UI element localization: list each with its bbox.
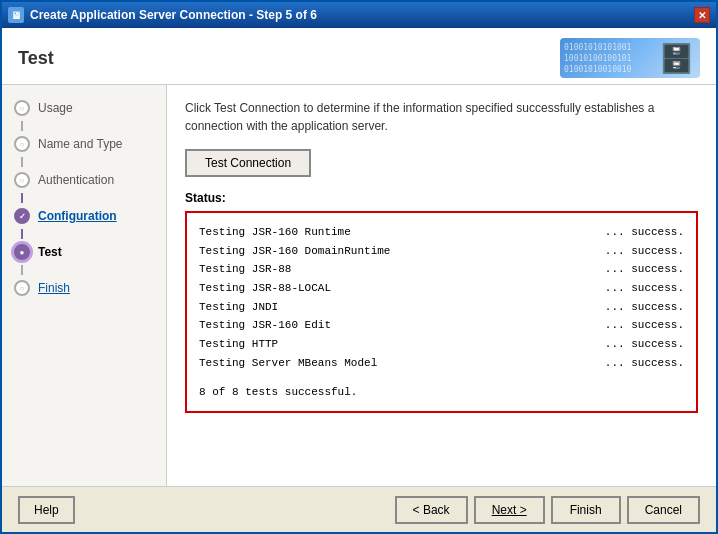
back-button[interactable]: < Back <box>395 496 468 524</box>
status-row-0: Testing JSR-160 Runtime ... success. <box>199 223 684 242</box>
sidebar-item-finish[interactable]: ○ Finish <box>2 275 166 301</box>
application-window: 🖥 Create Application Server Connection -… <box>0 0 718 534</box>
status-row-6: Testing HTTP ... success. <box>199 335 684 354</box>
status-result-1: ... success. <box>605 242 684 261</box>
status-name-3: Testing JSR-88-LOCAL <box>199 279 331 298</box>
sidebar-item-test[interactable]: ● Test <box>2 239 166 265</box>
status-result-3: ... success. <box>605 279 684 298</box>
status-result-7: ... success. <box>605 354 684 373</box>
status-name-4: Testing JNDI <box>199 298 278 317</box>
content-area: Test 01001010101001 10010100100101 01001… <box>2 28 716 532</box>
status-name-6: Testing HTTP <box>199 335 278 354</box>
connector-3 <box>21 193 23 203</box>
app-icon: 🖥 <box>8 7 24 23</box>
step-indicator-test: ● <box>14 244 30 260</box>
header-graphic: 01001010101001 10010100100101 0100101001… <box>560 38 700 78</box>
title-bar-left: 🖥 Create Application Server Connection -… <box>8 7 317 23</box>
status-label: Status: <box>185 191 698 205</box>
connector-2 <box>21 157 23 167</box>
sidebar-label-usage: Usage <box>38 101 73 115</box>
step-indicator-configuration: ✓ <box>14 208 30 224</box>
status-name-0: Testing JSR-160 Runtime <box>199 223 351 242</box>
description-text: Click Test Connection to determine if th… <box>185 99 698 135</box>
status-row-2: Testing JSR-88 ... success. <box>199 260 684 279</box>
sidebar: ○ Usage ○ Name and Type ○ <box>2 85 167 486</box>
status-name-2: Testing JSR-88 <box>199 260 291 279</box>
header-graphic-text: 01001010101001 10010100100101 0100101001… <box>564 42 700 76</box>
status-result-5: ... success. <box>605 316 684 335</box>
sidebar-item-configuration[interactable]: ✓ Configuration <box>2 203 166 229</box>
status-result-4: ... success. <box>605 298 684 317</box>
step-indicator-authentication: ○ <box>14 172 30 188</box>
summary-line: 8 of 8 tests successful. <box>199 383 684 402</box>
sidebar-item-name-and-type[interactable]: ○ Name and Type <box>2 131 166 157</box>
right-panel: Click Test Connection to determine if th… <box>167 85 716 486</box>
status-name-5: Testing JSR-160 Edit <box>199 316 331 335</box>
status-box: Testing JSR-160 Runtime ... success. Tes… <box>185 211 698 413</box>
connector-4 <box>21 229 23 239</box>
status-result-6: ... success. <box>605 335 684 354</box>
sidebar-label-finish: Finish <box>38 281 70 295</box>
sidebar-label-authentication: Authentication <box>38 173 114 187</box>
footer: Help < Back Next > Finish Cancel <box>2 486 716 532</box>
footer-right: < Back Next > Finish Cancel <box>395 496 700 524</box>
finish-button[interactable]: Finish <box>551 496 621 524</box>
sidebar-label-configuration: Configuration <box>38 209 117 223</box>
cancel-button[interactable]: Cancel <box>627 496 700 524</box>
title-bar: 🖥 Create Application Server Connection -… <box>2 2 716 28</box>
status-result-0: ... success. <box>605 223 684 242</box>
sidebar-label-name-and-type: Name and Type <box>38 137 123 151</box>
status-row-3: Testing JSR-88-LOCAL ... success. <box>199 279 684 298</box>
status-row-7: Testing Server MBeans Model ... success. <box>199 354 684 373</box>
connector-5 <box>21 265 23 275</box>
connector-1 <box>21 121 23 131</box>
step-indicator-name-and-type: ○ <box>14 136 30 152</box>
window-title: Create Application Server Connection - S… <box>30 8 317 22</box>
step-indicator-finish: ○ <box>14 280 30 296</box>
header-section: Test 01001010101001 10010100100101 01001… <box>2 28 716 85</box>
step-indicator-usage: ○ <box>14 100 30 116</box>
test-connection-button[interactable]: Test Connection <box>185 149 311 177</box>
status-name-1: Testing JSR-160 DomainRuntime <box>199 242 390 261</box>
next-button[interactable]: Next > <box>474 496 545 524</box>
sidebar-item-authentication[interactable]: ○ Authentication <box>2 167 166 193</box>
status-row-5: Testing JSR-160 Edit ... success. <box>199 316 684 335</box>
status-name-7: Testing Server MBeans Model <box>199 354 377 373</box>
main-body: ○ Usage ○ Name and Type ○ <box>2 85 716 486</box>
status-row-1: Testing JSR-160 DomainRuntime ... succes… <box>199 242 684 261</box>
page-title: Test <box>18 48 54 69</box>
status-result-2: ... success. <box>605 260 684 279</box>
help-button[interactable]: Help <box>18 496 75 524</box>
sidebar-label-test: Test <box>38 245 62 259</box>
sidebar-item-usage[interactable]: ○ Usage <box>2 95 166 121</box>
close-button[interactable]: ✕ <box>694 7 710 23</box>
status-row-4: Testing JNDI ... success. <box>199 298 684 317</box>
